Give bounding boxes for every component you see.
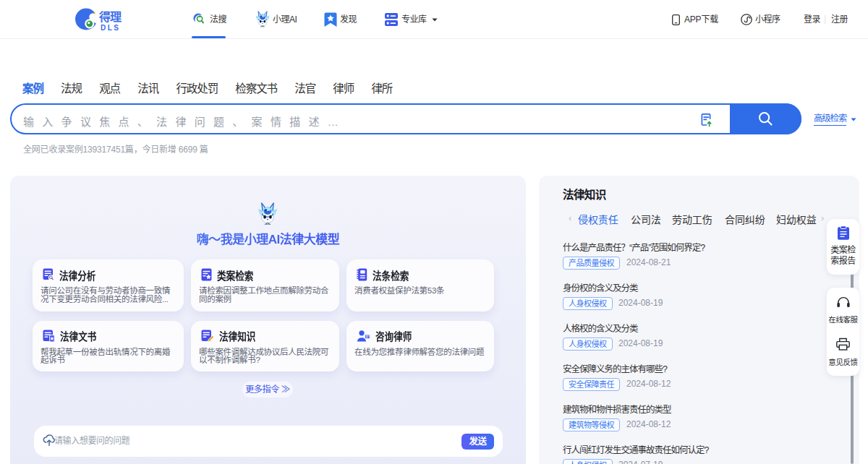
svg-text:得理: 得理 [98, 10, 122, 23]
svg-text:DLS: DLS [101, 24, 121, 32]
